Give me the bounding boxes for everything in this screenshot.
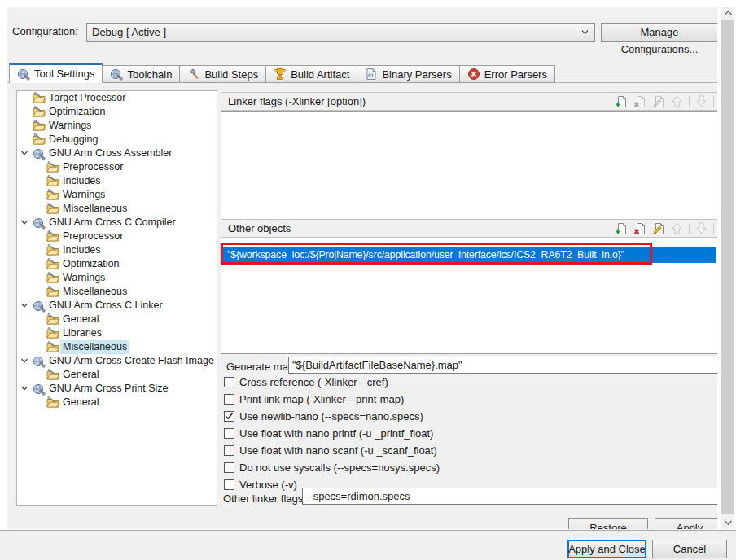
- error-parsers-icon: [467, 68, 480, 81]
- tree-item-optimization[interactable]: Optimization: [17, 105, 217, 119]
- tool-settings-tree[interactable]: Target ProcessorOptimizationWarningsDebu…: [16, 90, 217, 506]
- configuration-label: Configuration:: [12, 25, 78, 37]
- checkbox-row-cross-reference[interactable]: Cross reference (-Xlinker --cref): [224, 376, 388, 388]
- tool-icon: [33, 300, 46, 313]
- configuration-dropdown[interactable]: Debug [ Active ]: [86, 23, 595, 42]
- tree-item-warnings[interactable]: Warnings: [17, 271, 217, 285]
- tree-item-label: Includes: [60, 174, 103, 188]
- tree-item-libraries[interactable]: Libraries: [17, 326, 217, 340]
- tab-tool-settings[interactable]: Tool Settings: [9, 63, 103, 83]
- scroll-up-icon[interactable]: [721, 7, 734, 20]
- tab-error-parsers[interactable]: Error Parsers: [460, 65, 555, 83]
- tree-item-gnu-arm-cross-print-size[interactable]: GNU Arm Cross Print Size: [17, 382, 217, 396]
- tab-label: Tool Settings: [34, 68, 94, 80]
- tree-item-includes[interactable]: Includes: [17, 243, 217, 257]
- tab-label: Binary Parsers: [382, 68, 451, 81]
- vertical-scrollbar[interactable]: [721, 7, 734, 529]
- edit-icon[interactable]: [651, 221, 665, 235]
- checkbox-row-do-not-use-syscalls[interactable]: Do not use syscalls (--specs=nosys.specs…: [224, 462, 440, 474]
- tree-item-warnings[interactable]: Warnings: [17, 119, 217, 133]
- tool-icon: [33, 383, 46, 396]
- tree-item-label: Miscellaneous: [60, 202, 129, 216]
- tree-item-gnu-arm-cross-c-compiler[interactable]: GNU Arm Cross C Compiler: [17, 216, 217, 230]
- linker-flags-list[interactable]: [221, 111, 717, 221]
- tree-item-miscellaneous[interactable]: Miscellaneous: [17, 285, 217, 299]
- build-steps-icon: [187, 68, 200, 81]
- manage-configurations-button[interactable]: Manage Configurations...: [601, 23, 717, 42]
- checkbox-row-print-link-map[interactable]: Print link map (-Xlinker --print-map): [224, 393, 404, 405]
- down-icon: [694, 221, 708, 235]
- unchecked-checkbox-icon[interactable]: [224, 394, 234, 405]
- binary-parsers-icon: 01: [365, 68, 378, 81]
- chevron-expanded-icon[interactable]: [20, 218, 28, 226]
- scroll-down-icon[interactable]: [721, 516, 734, 529]
- tree-item-gnu-arm-cross-create-flash-image[interactable]: GNU Arm Cross Create Flash Image: [17, 354, 217, 368]
- other-linker-flags-input[interactable]: [302, 488, 717, 505]
- tree-item-miscellaneous[interactable]: Miscellaneous: [17, 202, 217, 216]
- checkbox-row-use-newlib-nano[interactable]: Use newlib-nano (--specs=nano.specs): [224, 410, 423, 422]
- settings-folder-icon: [46, 396, 59, 409]
- checkbox-label: Use float with nano printf (-u _printf_f…: [239, 427, 433, 440]
- unchecked-checkbox-icon[interactable]: [224, 445, 234, 456]
- tree-item-preprocessor[interactable]: Preprocessor: [17, 230, 217, 243]
- chevron-expanded-icon[interactable]: [20, 384, 28, 392]
- tab-label: Build Artifact: [291, 68, 349, 81]
- checkbox-row-use-float-with-nano-scanf[interactable]: Use float with nano scanf (-u _scanf_flo…: [224, 444, 437, 457]
- tree-item-general[interactable]: General: [17, 368, 217, 382]
- scrollbar-thumb[interactable]: [721, 20, 734, 514]
- delete-icon[interactable]: [633, 221, 646, 235]
- tree-item-label: GNU Arm Cross C Compiler: [46, 216, 178, 230]
- unchecked-checkbox-icon[interactable]: [224, 479, 234, 490]
- tree-item-warnings[interactable]: Warnings: [17, 188, 217, 202]
- chevron-expanded-icon[interactable]: [20, 357, 28, 365]
- apply-button[interactable]: Apply: [655, 518, 717, 529]
- settings-folder-icon: [33, 92, 46, 104]
- checked-checkbox-icon[interactable]: [224, 411, 234, 422]
- unchecked-checkbox-icon[interactable]: [224, 428, 234, 439]
- restore-defaults-button[interactable]: Restore Defaults: [568, 518, 648, 529]
- settings-folder-icon: [46, 341, 59, 353]
- toolbar-separator: [689, 223, 690, 234]
- tree-item-debugging[interactable]: Debugging: [17, 133, 217, 147]
- apply-and-close-button[interactable]: Apply and Close: [567, 540, 646, 558]
- tree-item-preprocessor[interactable]: Preprocessor: [17, 160, 217, 174]
- unchecked-checkbox-icon[interactable]: [224, 377, 234, 387]
- chevron-expanded-icon[interactable]: [20, 149, 28, 157]
- other-objects-selected-row[interactable]: "${workspace_loc:/${ProjName}/src/applic…: [222, 247, 716, 263]
- tree-item-label: Warnings: [46, 119, 94, 133]
- tree-item-gnu-arm-cross-c-linker[interactable]: GNU Arm Cross C Linker: [17, 299, 217, 313]
- checkbox-label: Do not use syscalls (--specs=nosys.specs…: [239, 462, 440, 474]
- settings-folder-icon: [46, 161, 59, 173]
- checkbox-label: Use float with nano scanf (-u _scanf_flo…: [239, 444, 437, 457]
- unchecked-checkbox-icon[interactable]: [224, 462, 234, 473]
- tree-item-general[interactable]: General: [17, 313, 217, 326]
- linker-flags-title: Linker flags (-Xlinker [option]): [228, 95, 614, 107]
- down-icon: [694, 94, 708, 108]
- tab-toolchain[interactable]: Toolchain: [103, 65, 180, 83]
- tab-build-steps[interactable]: Build Steps: [180, 65, 266, 83]
- dialog-footer: Apply and Close Cancel: [0, 530, 736, 560]
- add-icon[interactable]: [614, 221, 628, 235]
- tree-item-optimization[interactable]: Optimization: [17, 257, 217, 271]
- tree-item-includes[interactable]: Includes: [17, 174, 217, 188]
- other-objects-list[interactable]: "${workspace_loc:/${ProjName}/src/applic…: [221, 238, 717, 354]
- tree-item-label: GNU Arm Cross Create Flash Image: [46, 354, 217, 368]
- edit-icon: [651, 94, 665, 108]
- generate-map-input[interactable]: [288, 357, 717, 374]
- tab-binary-parsers[interactable]: 01Binary Parsers: [357, 65, 459, 83]
- tree-item-general[interactable]: General: [17, 396, 217, 409]
- chevron-expanded-icon[interactable]: [20, 301, 28, 309]
- tab-label: Error Parsers: [484, 68, 547, 81]
- tree-item-label: Miscellaneous: [60, 285, 129, 299]
- tree-item-label: Libraries: [60, 326, 104, 340]
- cancel-button[interactable]: Cancel: [652, 540, 727, 558]
- tab-build-artifact[interactable]: Build Artifact: [266, 65, 357, 83]
- tree-item-target-processor[interactable]: Target Processor: [17, 91, 217, 105]
- checkbox-row-use-float-with-nano-printf[interactable]: Use float with nano printf (-u _printf_f…: [224, 427, 433, 440]
- other-objects-title: Other objects: [228, 222, 614, 234]
- other-objects-header: Other objects: [221, 219, 717, 238]
- add-icon[interactable]: [614, 94, 628, 108]
- tree-item-gnu-arm-cross-assembler[interactable]: GNU Arm Cross Assembler: [17, 147, 217, 160]
- tree-item-miscellaneous[interactable]: Miscellaneous: [17, 340, 217, 354]
- checkbox-row-verbose[interactable]: Verbose (-v): [224, 479, 297, 491]
